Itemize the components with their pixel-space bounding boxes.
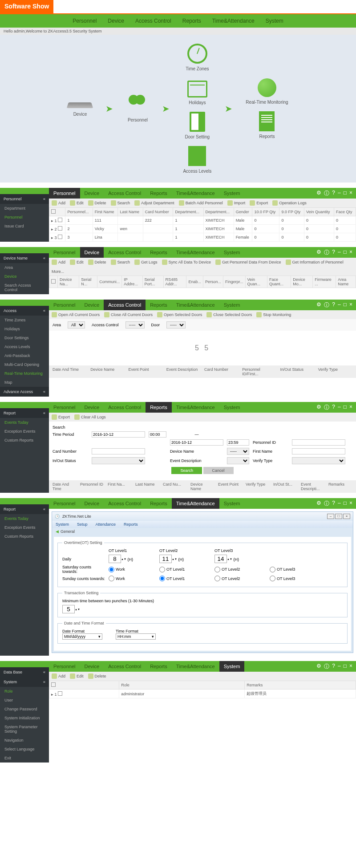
- side-changepw[interactable]: Change Password: [0, 705, 49, 714]
- info-icon[interactable]: ⓘ: [324, 404, 329, 411]
- tab-access[interactable]: Access Control: [104, 498, 146, 509]
- maximize-icon[interactable]: □: [344, 663, 347, 670]
- nav-ta[interactable]: Time&Attendance: [212, 18, 255, 24]
- add-button[interactable]: Add: [52, 673, 65, 679]
- minimize-icon[interactable]: –: [338, 404, 341, 411]
- tab-reports[interactable]: Reports: [146, 498, 172, 509]
- menu-system[interactable]: System: [56, 522, 69, 527]
- tab-access[interactable]: Access Control: [104, 188, 146, 199]
- oplogs-button[interactable]: Operation Logs: [272, 200, 307, 206]
- search-button[interactable]: Search: [171, 467, 202, 474]
- table-row[interactable]: ▸ 3 3Lina1XIMITECHFemale0000: [49, 233, 356, 242]
- tab-ta[interactable]: Time&Attendance: [172, 247, 219, 258]
- max-button[interactable]: □: [335, 514, 342, 519]
- open-all-button[interactable]: Open All Current Doors: [52, 312, 100, 317]
- io-select[interactable]: [92, 457, 145, 464]
- tab-system[interactable]: System: [219, 247, 245, 258]
- tab-ta[interactable]: Time&Attendance: [172, 402, 219, 413]
- edit-button[interactable]: Edit: [70, 200, 84, 206]
- tab-ta[interactable]: Time&Attendance: [172, 498, 219, 509]
- side-multicard[interactable]: Multi-Card Opening: [0, 360, 49, 369]
- tab-device[interactable]: Device: [80, 300, 104, 310]
- side-rtm[interactable]: Real-Time Monitoring: [0, 369, 49, 378]
- tab-device[interactable]: Device: [80, 247, 104, 258]
- side-user[interactable]: User: [0, 696, 49, 705]
- cancel-button[interactable]: Cancel: [203, 467, 234, 474]
- maximize-icon[interactable]: □: [344, 190, 347, 197]
- side-group-report[interactable]: Report«: [0, 504, 49, 514]
- info-icon[interactable]: ⓘ: [324, 301, 329, 309]
- sun-work-radio[interactable]: [109, 576, 114, 581]
- ot2-input[interactable]: [159, 555, 172, 563]
- close-icon[interactable]: ×: [349, 249, 352, 256]
- delete-button[interactable]: Delete: [88, 200, 106, 206]
- vt-select[interactable]: [292, 457, 345, 464]
- maximize-icon[interactable]: □: [344, 500, 347, 507]
- side-nav[interactable]: Navigation: [0, 736, 49, 745]
- side-group-device[interactable]: Device Name«: [0, 253, 49, 263]
- side-personnel[interactable]: Personnel: [0, 213, 49, 222]
- sync-button[interactable]: Sync All Data To Device: [162, 260, 211, 265]
- tab-personnel[interactable]: Personnel: [49, 247, 80, 258]
- gear-icon[interactable]: ⚙: [316, 249, 321, 256]
- table-row[interactable]: ▸ 1 administrator超级管理员: [49, 690, 356, 698]
- dn-select[interactable]: -----: [227, 448, 249, 455]
- tab-access[interactable]: Access Control: [104, 402, 146, 413]
- tab-ta[interactable]: Time&Attendance: [172, 661, 219, 672]
- export-button[interactable]: Export: [250, 200, 268, 206]
- tf-select[interactable]: HH:mm▾: [116, 633, 156, 640]
- side-group-database[interactable]: Data Base«: [0, 667, 49, 677]
- delete-button[interactable]: Delete: [88, 260, 106, 265]
- export-button[interactable]: Export: [52, 414, 70, 420]
- getlogs-button[interactable]: Get Logs: [134, 260, 158, 265]
- sat-ot3-radio[interactable]: [270, 567, 275, 572]
- side-role[interactable]: Role: [0, 687, 49, 696]
- adjust-dept-button[interactable]: Adjust Department: [134, 200, 174, 206]
- side-init[interactable]: System Initialization: [0, 714, 49, 722]
- gear-icon[interactable]: ⚙: [316, 404, 321, 411]
- side-group-system[interactable]: System«: [0, 677, 49, 687]
- tab-device[interactable]: Device: [80, 498, 104, 509]
- tab-device[interactable]: Device: [80, 402, 104, 413]
- tab-reports[interactable]: Reports: [146, 661, 172, 672]
- table-row[interactable]: ▸ 1 11112221XIMITECHMale0000: [49, 216, 356, 225]
- minimize-icon[interactable]: –: [338, 301, 341, 309]
- help-icon[interactable]: ?: [332, 301, 335, 309]
- help-icon[interactable]: ?: [332, 190, 335, 197]
- help-icon[interactable]: ?: [332, 249, 335, 256]
- search-button[interactable]: Search: [111, 200, 130, 206]
- sat-ot1-radio[interactable]: [159, 567, 165, 572]
- side-events-today[interactable]: Events Today: [0, 418, 49, 427]
- ed-select[interactable]: [227, 457, 249, 464]
- side-search-ac[interactable]: Search Access Control: [0, 281, 49, 294]
- tab-reports[interactable]: Reports: [146, 188, 172, 199]
- pid-input[interactable]: [292, 439, 345, 446]
- cn-input[interactable]: [92, 448, 145, 454]
- side-device[interactable]: Device: [0, 272, 49, 281]
- side-lang[interactable]: Select Language: [0, 745, 49, 754]
- side-exception[interactable]: Exception Events: [0, 523, 49, 532]
- time1-input[interactable]: [149, 431, 166, 438]
- maximize-icon[interactable]: □: [344, 301, 347, 309]
- sat-work-radio[interactable]: [109, 567, 114, 572]
- side-accesslevels[interactable]: Access Levels: [0, 342, 49, 351]
- side-department[interactable]: Department: [0, 204, 49, 213]
- tab-system[interactable]: System: [219, 661, 245, 672]
- ot1-input[interactable]: [109, 555, 121, 563]
- sun-ot1-radio[interactable]: [159, 576, 165, 581]
- maximize-icon[interactable]: □: [344, 404, 347, 411]
- side-group-advance[interactable]: Advance Access«: [0, 387, 49, 397]
- help-icon[interactable]: ?: [332, 663, 335, 670]
- info-icon[interactable]: ⓘ: [324, 190, 329, 197]
- table-row[interactable]: ▸ 2 2Vickywen1XIMITECHMale0000: [49, 225, 356, 233]
- info-icon[interactable]: ⓘ: [324, 663, 329, 670]
- import-button[interactable]: Import: [227, 200, 246, 206]
- sun-ot2-radio[interactable]: [214, 576, 220, 581]
- gear-icon[interactable]: ⚙: [316, 190, 321, 197]
- ot3-input[interactable]: [214, 555, 227, 563]
- tab-access[interactable]: Access Control: [104, 300, 146, 310]
- sun-ot3-radio[interactable]: [270, 576, 275, 581]
- info-icon[interactable]: ⓘ: [324, 500, 329, 507]
- tab-access[interactable]: Access Control: [104, 247, 146, 258]
- open-sel-button[interactable]: Open Selected Doors: [157, 312, 202, 317]
